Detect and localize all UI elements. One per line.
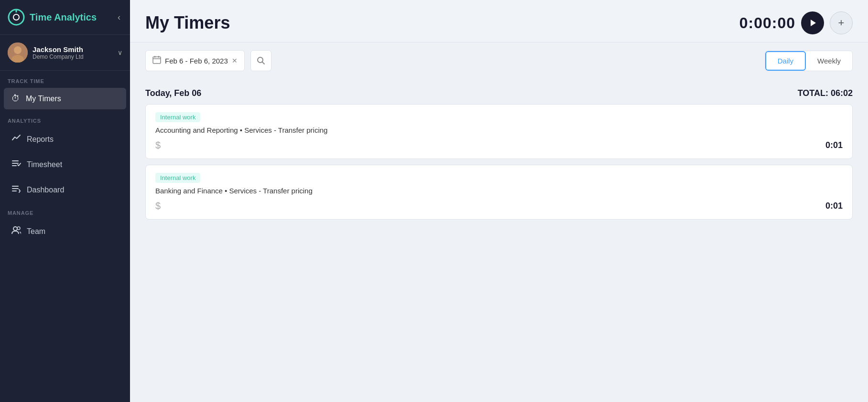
timer-tag: Internal work	[155, 112, 200, 122]
svg-point-4	[14, 46, 22, 54]
play-button[interactable]	[801, 11, 824, 34]
timer-time: 0:01	[825, 140, 843, 150]
view-daily-button[interactable]: Daily	[765, 51, 806, 71]
svg-point-12	[13, 227, 17, 231]
sidebar-item-label-timesheet: Timesheet	[27, 160, 62, 169]
section-label-manage: MANAGE	[0, 202, 130, 219]
sidebar-item-timesheet[interactable]: Timesheet	[4, 153, 126, 176]
search-button[interactable]	[250, 50, 271, 71]
sidebar-item-team[interactable]: Team	[4, 220, 126, 243]
sidebar-item-my-timers[interactable]: ⏱ My Timers	[4, 88, 126, 109]
reports-icon	[11, 133, 21, 145]
dollar-icon: $	[155, 140, 161, 151]
header-right: 0:00:00 +	[739, 11, 853, 34]
dashboard-icon	[11, 184, 21, 196]
day-total: TOTAL: 06:02	[798, 88, 853, 98]
day-label: Today, Feb 06	[145, 88, 201, 98]
logo-area: Time Analytics	[8, 9, 97, 26]
timesheet-icon	[11, 159, 21, 170]
avatar	[8, 42, 28, 63]
timer-time: 0:01	[825, 201, 843, 211]
sidebar-header: Time Analytics ‹	[0, 0, 130, 35]
timer-card-bottom: $ 0:01	[155, 201, 843, 212]
main-content: My Timers 0:00:00 +	[130, 0, 868, 402]
timers-content: Today, Feb 06 TOTAL: 06:02 Internal work…	[130, 79, 868, 402]
svg-rect-15	[153, 57, 161, 63]
day-header: Today, Feb 06 TOTAL: 06:02	[145, 79, 853, 104]
sidebar-item-label-team: Team	[27, 227, 45, 236]
sidebar-item-dashboard[interactable]: Dashboard	[4, 178, 126, 201]
svg-point-13	[17, 227, 20, 230]
sidebar-item-label-reports: Reports	[27, 135, 54, 144]
user-info: Jackson Smith Demo Company Ltd	[33, 45, 113, 60]
collapse-sidebar-button[interactable]: ‹	[116, 11, 122, 24]
dollar-icon: $	[155, 201, 161, 212]
timer-description: Accounting and Reporting • Services - Tr…	[155, 126, 843, 134]
timer-card[interactable]: Internal work Accounting and Reporting •…	[145, 104, 853, 159]
timer-display: 0:00:00	[739, 14, 795, 32]
app-logo-icon	[8, 9, 25, 26]
date-filter[interactable]: Feb 6 - Feb 6, 2023 ✕	[145, 50, 245, 71]
toolbar-left: Feb 6 - Feb 6, 2023 ✕	[145, 50, 271, 71]
calendar-icon	[152, 55, 161, 66]
user-company: Demo Company Ltd	[33, 53, 113, 60]
date-clear-icon[interactable]: ✕	[232, 57, 238, 64]
timer-tag: Internal work	[155, 173, 200, 183]
sidebar: Time Analytics ‹ Jackson Smith Demo Comp…	[0, 0, 130, 402]
timer-description: Banking and Finance • Services - Transfe…	[155, 187, 843, 195]
timer-card[interactable]: Internal work Banking and Finance • Serv…	[145, 165, 853, 220]
toolbar: Feb 6 - Feb 6, 2023 ✕ Daily Weekly	[130, 42, 868, 79]
sidebar-item-label-my-timers: My Timers	[26, 95, 61, 103]
svg-point-1	[13, 14, 19, 20]
section-label-analytics: ANALYTICS	[0, 110, 130, 127]
section-label-track-time: TRACK TIME	[0, 71, 130, 87]
svg-marker-14	[811, 20, 816, 26]
user-section[interactable]: Jackson Smith Demo Company Ltd ∨	[0, 35, 130, 71]
date-range-text: Feb 6 - Feb 6, 2023	[165, 57, 228, 65]
user-dropdown-icon[interactable]: ∨	[118, 49, 122, 56]
add-timer-button[interactable]: +	[830, 11, 853, 34]
main-header: My Timers 0:00:00 +	[130, 0, 868, 42]
timer-card-bottom: $ 0:01	[155, 140, 843, 151]
sidebar-item-reports[interactable]: Reports	[4, 127, 126, 151]
view-weekly-button[interactable]: Weekly	[806, 51, 852, 71]
page-title: My Timers	[145, 13, 230, 33]
view-toggle: Daily Weekly	[765, 51, 853, 71]
avatar-image	[8, 42, 28, 63]
app-name: Time Analytics	[30, 12, 97, 23]
user-name: Jackson Smith	[33, 45, 113, 53]
timer-icon: ⏱	[11, 94, 20, 104]
svg-line-20	[262, 62, 264, 64]
sidebar-item-label-dashboard: Dashboard	[27, 186, 64, 194]
team-icon	[11, 225, 21, 237]
